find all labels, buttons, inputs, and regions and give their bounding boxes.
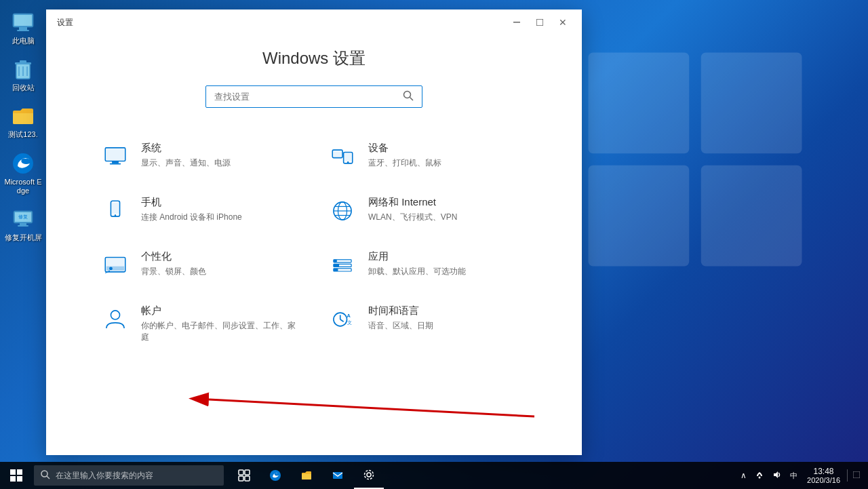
systray-volume-icon[interactable] bbox=[770, 469, 785, 483]
start-button[interactable] bbox=[0, 462, 33, 489]
systray-network-icon[interactable] bbox=[752, 469, 767, 483]
taskbar-search-box[interactable]: 在这里输入你要搜索的内容 bbox=[34, 465, 224, 486]
apps-icon bbox=[328, 250, 357, 280]
recycle-bin-icon bbox=[10, 56, 36, 82]
window-content: Windows 设置 bbox=[46, 34, 582, 455]
search-input[interactable] bbox=[214, 92, 403, 102]
test-folder-icon bbox=[10, 103, 36, 129]
taskbar-settings-button[interactable] bbox=[354, 462, 384, 489]
settings-item-phone[interactable]: 手机 连接 Android 设备和 iPhone bbox=[87, 184, 314, 238]
svg-rect-20 bbox=[513, 22, 520, 23]
svg-line-55 bbox=[340, 319, 344, 321]
svg-rect-60 bbox=[10, 469, 16, 475]
svg-rect-69 bbox=[245, 476, 250, 481]
svg-point-64 bbox=[41, 471, 47, 477]
svg-rect-25 bbox=[106, 149, 124, 160]
minimize-button[interactable] bbox=[506, 14, 528, 31]
edge-label: Microsoft Edge bbox=[4, 178, 42, 195]
svg-rect-29 bbox=[334, 151, 341, 157]
phone-icon bbox=[100, 196, 130, 226]
svg-point-74 bbox=[759, 476, 761, 478]
settings-window: 设置 ✕ Windows 设置 bbox=[46, 9, 582, 455]
svg-rect-17 bbox=[20, 223, 26, 225]
systray-show-desktop[interactable] bbox=[847, 469, 863, 482]
systray-ime-indicator[interactable]: 中 bbox=[787, 469, 800, 482]
time-language-text: 时间和语言 语音、区域、日期 bbox=[368, 305, 528, 332]
desktop-icons-container: 此电脑 回收站 测试123. bbox=[0, 0, 46, 462]
apps-name: 应用 bbox=[368, 250, 528, 263]
svg-rect-6 bbox=[19, 27, 27, 30]
taskbar-mail-button[interactable] bbox=[323, 462, 353, 489]
settings-item-accounts[interactable]: 帐户 你的帐户、电子邮件、同步设置、工作、家庭 bbox=[87, 292, 314, 355]
apps-text: 应用 卸载、默认应用、可选功能 bbox=[368, 250, 528, 277]
settings-item-system[interactable]: 系统 显示、声音、通知、电源 bbox=[87, 130, 314, 184]
repair-screen-label: 修复开机屏 bbox=[5, 233, 42, 242]
devices-text: 设备 蓝牙、打印机、鼠标 bbox=[368, 142, 528, 169]
accounts-text: 帐户 你的帐户、电子邮件、同步设置、工作、家庭 bbox=[141, 305, 300, 343]
phone-text: 手机 连接 Android 设备和 iPhone bbox=[141, 196, 300, 223]
svg-text:修复: 修复 bbox=[18, 214, 28, 220]
desktop-icon-edge[interactable]: Microsoft Edge bbox=[1, 148, 45, 198]
svg-line-65 bbox=[47, 476, 50, 479]
svg-rect-26 bbox=[112, 161, 119, 163]
devices-desc: 蓝牙、打印机、鼠标 bbox=[368, 157, 528, 169]
svg-marker-75 bbox=[774, 471, 778, 478]
this-pc-icon bbox=[10, 9, 36, 35]
time-language-name: 时间和语言 bbox=[368, 305, 528, 317]
personalization-text: 个性化 背景、锁屏、颜色 bbox=[141, 250, 300, 277]
svg-rect-51 bbox=[334, 269, 338, 271]
svg-point-73 bbox=[365, 471, 374, 480]
repair-screen-icon: 修复 bbox=[10, 206, 36, 232]
settings-item-apps[interactable]: 应用 卸载、默认应用、可选功能 bbox=[314, 238, 541, 292]
settings-item-personalization[interactable]: 个性化 背景、锁屏、颜色 bbox=[87, 238, 314, 292]
time-language-icon: A 文 bbox=[328, 305, 357, 334]
svg-rect-61 bbox=[17, 469, 22, 475]
maximize-button[interactable] bbox=[529, 14, 551, 31]
svg-line-23 bbox=[410, 98, 414, 101]
desktop-icon-repair-screen[interactable]: 修复 修复开机屏 bbox=[1, 203, 45, 245]
settings-item-devices[interactable]: 设备 蓝牙、打印机、鼠标 bbox=[314, 130, 541, 184]
taskbar-taskview-button[interactable] bbox=[229, 462, 259, 489]
network-name: 网络和 Internet bbox=[368, 196, 528, 209]
svg-rect-68 bbox=[239, 476, 243, 481]
search-bar-container[interactable] bbox=[205, 85, 422, 108]
this-pc-label: 此电脑 bbox=[12, 37, 35, 45]
svg-rect-18 bbox=[18, 225, 28, 227]
settings-item-time-language[interactable]: A 文 时间和语言 语音、区域、日期 bbox=[314, 292, 541, 355]
systray-clock[interactable]: 13:48 2020/3/16 bbox=[803, 465, 844, 486]
taskbar-edge-button[interactable] bbox=[260, 462, 290, 489]
svg-rect-7 bbox=[17, 30, 29, 31]
svg-rect-5 bbox=[14, 15, 32, 26]
window-controls: ✕ bbox=[506, 14, 574, 31]
windows-logo-watermark bbox=[576, 41, 814, 278]
system-desc: 显示、声音、通知、电源 bbox=[141, 157, 300, 169]
window-title: 设置 bbox=[57, 17, 73, 28]
accounts-desc: 你的帐户、电子邮件、同步设置、工作、家庭 bbox=[141, 320, 300, 343]
devices-icon bbox=[328, 142, 357, 172]
desktop-icon-recycle-bin[interactable]: 回收站 bbox=[1, 54, 45, 95]
svg-rect-1 bbox=[701, 53, 802, 154]
svg-rect-43 bbox=[106, 267, 124, 271]
network-text: 网络和 Internet WLAN、飞行模式、VPN bbox=[368, 196, 528, 223]
recycle-bin-label: 回收站 bbox=[12, 83, 35, 92]
systray-chevron[interactable]: ∧ bbox=[738, 469, 749, 482]
desktop-icon-test-folder[interactable]: 测试123. bbox=[1, 100, 45, 142]
svg-rect-34 bbox=[112, 203, 119, 214]
close-button[interactable]: ✕ bbox=[552, 14, 574, 31]
desktop-icon-this-pc[interactable]: 此电脑 bbox=[1, 7, 45, 48]
clock-time: 13:48 bbox=[807, 467, 840, 476]
svg-rect-27 bbox=[110, 163, 121, 165]
personalization-icon bbox=[100, 250, 130, 280]
time-language-desc: 语音、区域、日期 bbox=[368, 320, 528, 332]
taskbar-explorer-button[interactable] bbox=[292, 462, 321, 489]
network-icon bbox=[328, 196, 357, 226]
svg-rect-67 bbox=[245, 470, 250, 475]
svg-point-72 bbox=[367, 473, 371, 477]
settings-item-network[interactable]: 网络和 Internet WLAN、飞行模式、VPN bbox=[314, 184, 541, 238]
svg-point-32 bbox=[347, 161, 349, 163]
devices-name: 设备 bbox=[368, 142, 528, 155]
phone-name: 手机 bbox=[141, 196, 300, 209]
taskbar-search-icon bbox=[41, 470, 50, 482]
system-icon bbox=[100, 142, 130, 172]
system-name: 系统 bbox=[141, 142, 300, 155]
